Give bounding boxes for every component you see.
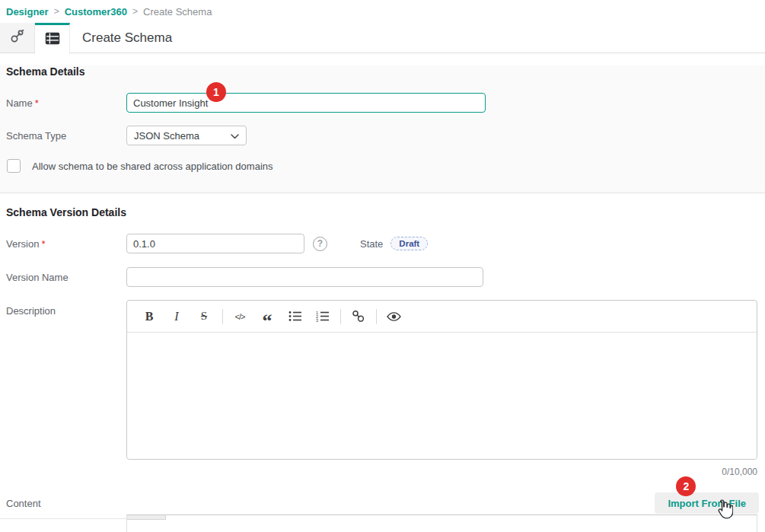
divider <box>0 518 126 519</box>
tab-graph-view[interactable] <box>0 23 35 53</box>
content-editor-partial[interactable] <box>126 514 757 532</box>
schema-type-select[interactable]: JSON Schema <box>126 126 247 145</box>
state-label: State <box>360 238 383 250</box>
graph-icon <box>10 29 24 46</box>
required-asterisk: * <box>41 238 45 250</box>
version-input[interactable] <box>126 234 304 253</box>
content-label: Content <box>6 498 126 509</box>
description-textarea[interactable] <box>127 333 757 459</box>
blockquote-icon[interactable]: “ <box>258 307 276 326</box>
version-name-label: Version Name <box>6 272 126 283</box>
schema-type-value: JSON Schema <box>134 130 199 142</box>
share-schema-checkbox-label: Allow schema to be shared across applica… <box>32 161 273 172</box>
preview-eye-icon[interactable] <box>384 307 403 326</box>
breadcrumb-separator: > <box>132 6 138 17</box>
ordered-list-icon[interactable]: 1 2 3 <box>313 307 331 326</box>
toolbar-divider <box>376 309 377 324</box>
code-icon[interactable]: </> <box>231 307 249 326</box>
toolbar-divider <box>340 309 341 324</box>
schema-details-section: Schema Details Name* 1 Schema Type JSON … <box>0 65 765 193</box>
name-label: Name* <box>6 97 126 109</box>
help-icon[interactable]: ? <box>313 237 327 251</box>
create-schema-page: Designer > Customer360 > Create Schema <box>0 0 765 532</box>
schema-version-details-heading: Schema Version Details <box>6 206 765 218</box>
schema-details-heading: Schema Details <box>6 65 765 78</box>
bold-icon[interactable]: B <box>140 307 158 326</box>
breadcrumb: Designer > Customer360 > Create Schema <box>0 0 765 23</box>
strikethrough-icon[interactable]: S <box>195 307 213 326</box>
breadcrumb-separator: > <box>54 6 59 17</box>
state-badge: Draft <box>390 237 428 250</box>
link-icon[interactable] <box>349 307 367 326</box>
version-label: Version* <box>6 238 126 250</box>
schema-version-details-section: Schema Version Details Version* ? State … <box>0 206 765 514</box>
editor-line-gutter <box>127 515 166 520</box>
step-1-badge: 1 <box>206 82 226 102</box>
breadcrumb-current: Create Schema <box>143 6 212 18</box>
page-title: Create Schema <box>82 30 172 46</box>
bullet-list-icon[interactable] <box>285 307 304 326</box>
table-icon <box>45 32 60 48</box>
char-counter: 0/10,000 <box>126 467 757 477</box>
schema-name-input[interactable] <box>126 93 486 113</box>
breadcrumb-customer360[interactable]: Customer360 <box>65 6 127 18</box>
description-toolbar: B I S </> “ 1 <box>127 301 757 333</box>
step-2-badge: 2 <box>676 476 696 496</box>
svg-text:3: 3 <box>316 318 318 322</box>
version-name-input[interactable] <box>126 267 483 287</box>
schema-type-label: Schema Type <box>6 130 126 142</box>
chevron-down-icon <box>231 130 239 142</box>
import-from-file-button[interactable]: Import From File 2 <box>655 492 759 514</box>
required-asterisk: * <box>35 97 39 109</box>
share-schema-checkbox[interactable] <box>7 159 21 173</box>
breadcrumb-designer[interactable]: Designer <box>6 6 49 18</box>
tab-strip: Create Schema <box>0 23 765 53</box>
description-editor: B I S </> “ 1 <box>126 300 757 460</box>
toolbar-divider <box>222 309 223 324</box>
tab-table-view[interactable] <box>35 23 70 54</box>
description-label: Description <box>6 300 126 317</box>
italic-icon[interactable]: I <box>167 307 186 326</box>
